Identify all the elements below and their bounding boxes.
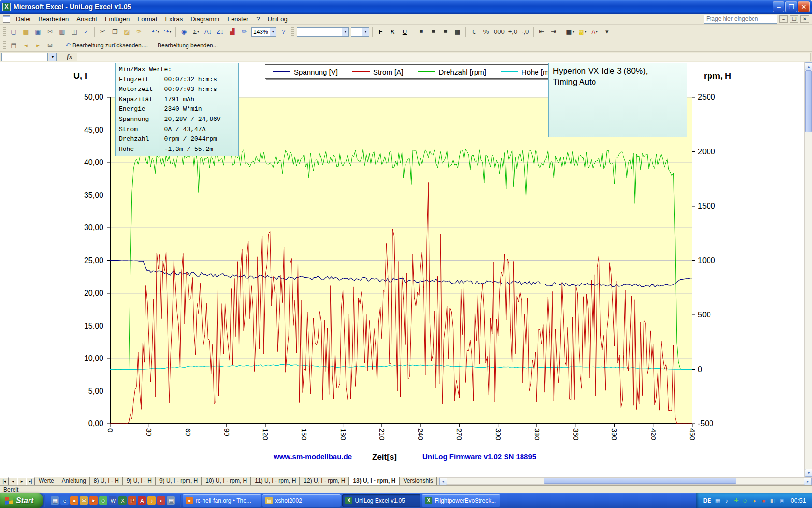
copy-button[interactable]: ❐ <box>109 26 120 37</box>
legend-entry-strom-a-[interactable]: Strom [A] <box>352 68 404 76</box>
toolbar-grip[interactable] <box>3 41 6 50</box>
mail-button[interactable]: ✉ <box>44 26 56 37</box>
quick-launch-email-icon[interactable]: ✉ <box>80 496 88 505</box>
print-preview-button[interactable]: ◫ <box>69 26 80 37</box>
excel-app-icon[interactable]: X <box>2 3 11 11</box>
increase-indent-button[interactable]: ⇥ <box>548 26 559 37</box>
question-input[interactable] <box>704 15 777 24</box>
restore-button[interactable]: ❐ <box>785 1 797 12</box>
dropdown-arrow-icon[interactable]: ▾ <box>169 30 171 34</box>
sort-ascending-button[interactable]: A↓ <box>203 26 214 37</box>
sheet-tab-3[interactable]: 9) U, I - H <box>123 477 156 485</box>
currency-button[interactable]: € <box>468 26 479 37</box>
print-button[interactable]: ▥ <box>57 26 68 37</box>
insert-function-button[interactable]: fx <box>64 53 75 61</box>
spelling-button[interactable]: ✓ <box>81 26 92 37</box>
horizontal-scrollbar[interactable]: ◂ ▸ <box>439 477 812 485</box>
undo-button[interactable]: ↶▾ <box>150 26 161 37</box>
sheet-tab-2[interactable]: 8) U, I - H <box>90 477 123 485</box>
italic-button[interactable]: K <box>387 26 398 37</box>
sheet-tab-6[interactable]: 11) U, I - rpm, H <box>251 477 300 485</box>
first-sheet-tab-button[interactable]: |◂ <box>0 477 9 485</box>
dropdown-arrow-icon[interactable]: ▾ <box>572 30 574 34</box>
menu-item-[interactable]: ? <box>252 15 263 24</box>
bold-button[interactable]: F <box>375 26 386 37</box>
scroll-down-arrow-icon[interactable]: ▾ <box>805 469 812 477</box>
font-color-button[interactable]: A▾ <box>589 26 600 37</box>
minimize-button[interactable]: – <box>773 1 784 12</box>
formula-input[interactable] <box>77 53 811 61</box>
chart-wizard-button[interactable]: ▟ <box>227 26 238 37</box>
help-button[interactable]: ? <box>278 26 289 37</box>
quick-launch-internet-explorer-icon[interactable]: e <box>60 496 69 505</box>
comma-style-button[interactable]: 000 <box>493 26 506 37</box>
merge-center-button[interactable]: ▦ <box>452 26 463 37</box>
tray-display-icon[interactable]: ▣ <box>778 497 785 504</box>
last-sheet-tab-button[interactable]: ▸| <box>26 477 35 485</box>
toolbar-grip[interactable] <box>3 27 6 37</box>
increase-decimal-button[interactable]: +,0 <box>507 26 519 37</box>
open-button[interactable]: ▤ <box>20 26 31 37</box>
decrease-decimal-button[interactable]: -,0 <box>520 26 531 37</box>
dropdown-arrow-icon[interactable]: ▾ <box>197 30 199 34</box>
paste-button[interactable]: ▨ <box>121 26 132 37</box>
next-comment-button[interactable]: ▸ <box>32 40 44 51</box>
underline-button[interactable]: U <box>399 26 410 37</box>
show-changes-button[interactable]: ▤ <box>8 40 19 51</box>
task-button-3[interactable]: XFlightpowerEvoStreck... <box>422 494 500 507</box>
quick-launch-powerpoint-icon[interactable]: P <box>128 496 136 505</box>
new-button[interactable]: ▢ <box>8 26 19 37</box>
task-button-1[interactable]: ▤xshot2002 <box>262 494 341 507</box>
font-size-combo[interactable]: ▾ <box>351 27 369 37</box>
sheet-tab-0[interactable]: Werte <box>35 477 58 485</box>
vertical-scrollbar-track[interactable] <box>805 70 812 469</box>
tray-firewall-icon[interactable]: ■ <box>760 497 767 504</box>
toolbar-grip[interactable] <box>291 27 294 37</box>
sheet-tab-5[interactable]: 10) U, I - rpm, H <box>202 477 251 485</box>
quick-launch-image-viewer-icon[interactable]: ◐ <box>157 496 165 505</box>
font-combo[interactable]: ▾ <box>297 27 349 37</box>
menu-item-unilog[interactable]: UniLog <box>264 15 291 24</box>
menu-item-format[interactable]: Format <box>133 15 161 24</box>
format-painter-button[interactable]: ✑ <box>133 26 145 37</box>
quick-launch-firefox-icon[interactable]: ● <box>70 496 78 505</box>
quick-launch-acrobat-icon[interactable]: A <box>138 496 146 505</box>
legend-entry-h-he-m-[interactable]: Höhe [m] <box>501 68 551 76</box>
sheet-tab-1[interactable]: Anleitung <box>58 477 90 485</box>
horizontal-scrollbar-thumb[interactable] <box>544 478 736 484</box>
vertical-scrollbar[interactable]: ▴ ▾ <box>804 62 812 477</box>
name-box[interactable] <box>1 53 48 61</box>
borders-button[interactable]: ▦▾ <box>565 26 576 37</box>
align-center-button[interactable]: ≡ <box>428 26 439 37</box>
minmax-values-box[interactable]: Min/Max Werte:Flugzeit 00:07:32 h:m:sMot… <box>115 63 239 156</box>
previous-comment-button[interactable]: ◂ <box>20 40 31 51</box>
dropdown-arrow-icon[interactable]: ▾ <box>596 30 598 34</box>
taskbar-clock[interactable]: 00:51 <box>790 497 806 504</box>
start-button[interactable]: Start <box>0 493 43 508</box>
legend-entry-drehzahl-rpm-[interactable]: Drehzahl [rpm] <box>418 68 486 76</box>
drawing-button[interactable]: ✏ <box>239 26 250 37</box>
dropdown-arrow-icon[interactable]: ▾ <box>157 30 159 34</box>
dropdown-arrow-icon[interactable]: ▾ <box>585 30 587 34</box>
workbook-restore-button[interactable]: ❐ <box>790 15 798 23</box>
dropdown-arrow-icon[interactable]: ▾ <box>270 28 276 36</box>
sheet-tab-9[interactable]: Versionshis <box>399 477 436 485</box>
menu-item-extras[interactable]: Extras <box>161 15 187 24</box>
redo-button[interactable]: ↷▾ <box>162 26 173 37</box>
dropdown-arrow-icon[interactable]: ▾ <box>342 28 348 36</box>
quick-launch-excel-icon[interactable]: X <box>118 496 127 505</box>
dropdown-arrow-icon[interactable]: ▾ <box>362 28 369 36</box>
chart-annotation-box[interactable]: Hyperion VX Idle 3 (80%),Timing Auto <box>548 63 687 137</box>
tray-antivirus-icon[interactable]: ✚ <box>732 497 740 504</box>
next-sheet-tab-button[interactable]: ▸ <box>17 477 26 485</box>
menu-item-diagramm[interactable]: Diagramm <box>187 15 223 24</box>
workbook-system-icon[interactable] <box>3 15 10 23</box>
vertical-scrollbar-thumb[interactable] <box>805 70 812 132</box>
task-button-2[interactable]: XUniLog Excel v1.05 <box>342 494 420 507</box>
tray-update-icon[interactable]: ● <box>751 497 758 504</box>
sheet-tab-8[interactable]: 13) U, I - rpm, H <box>349 477 399 485</box>
menu-item-ansicht[interactable]: Ansicht <box>72 15 101 24</box>
save-button[interactable]: ▣ <box>32 26 44 37</box>
scroll-up-arrow-icon[interactable]: ▴ <box>805 62 812 70</box>
quick-launch-winamp-icon[interactable]: ♪ <box>147 496 156 505</box>
